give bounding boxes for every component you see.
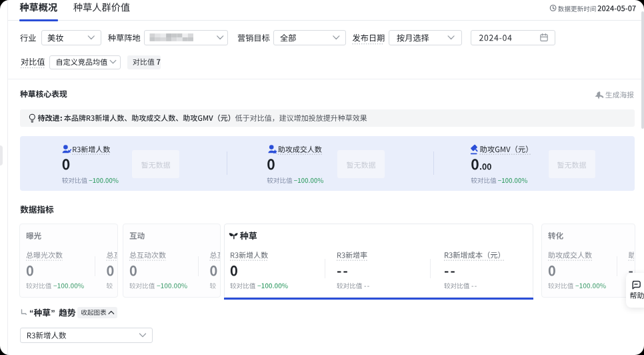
svg-text:CNZZ-DATA09: CNZZ-DATA09 [53, 196, 110, 229]
svg-text:CNZZ-DATA09: CNZZ-DATA09 [523, 196, 580, 229]
svg-text:CNZZ-DATA09: CNZZ-DATA09 [210, 196, 267, 229]
svg-text:CNZZ-DATA09: CNZZ-DATA09 [407, 290, 463, 322]
svg-text:CNZZ-DATA09: CNZZ-DATA09 [563, 103, 620, 135]
svg-text:CNZZ-DATA09: CNZZ-DATA09 [523, 9, 580, 42]
svg-text:CNZZ-DATA09: CNZZ-DATA09 [93, 290, 150, 322]
svg-text:CNZZ-DATA09: CNZZ-DATA09 [250, 290, 307, 322]
svg-text:CNZZ-DATA09: CNZZ-DATA09 [407, 103, 463, 135]
svg-text:CNZZ-DATA09: CNZZ-DATA09 [563, 290, 620, 322]
svg-text:CNZZ-DATA09: CNZZ-DATA09 [53, 9, 110, 42]
svg-text:CNZZ-DATA09: CNZZ-DATA09 [367, 196, 423, 229]
svg-text:CNZZ-DATA09: CNZZ-DATA09 [367, 9, 423, 42]
